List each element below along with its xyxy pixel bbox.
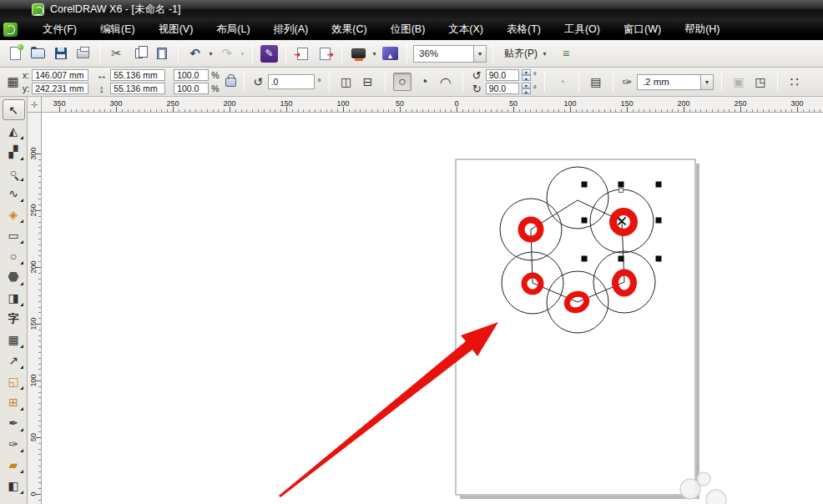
selection-handle[interactable] bbox=[619, 256, 624, 262]
title-bar: CorelDRAW X6 - [未命名 -1] bbox=[0, 0, 823, 18]
rotation-angle-input[interactable] bbox=[268, 74, 315, 89]
tool-freehand[interactable]: ∿ bbox=[3, 183, 25, 204]
mirror-vertical-button[interactable]: ⊟ bbox=[359, 73, 377, 91]
selection-handle[interactable] bbox=[656, 256, 662, 262]
zoom-level-combo[interactable]: 36% ▾ bbox=[413, 45, 487, 63]
tool-rectangle[interactable]: ▭ bbox=[3, 224, 25, 245]
ruler-origin-icon[interactable]: ✛ bbox=[28, 97, 42, 113]
change-direction-button[interactable]: ◔ bbox=[553, 73, 571, 91]
application-launcher-dropdown[interactable]: ▾ bbox=[371, 50, 378, 58]
item-effects[interactable]: 效果(C) bbox=[320, 19, 378, 40]
tool-ellipse[interactable]: ○ bbox=[3, 245, 25, 266]
ellipse-mode-button[interactable]: ○ bbox=[393, 73, 412, 91]
mirror-horizontal-button[interactable]: ◫ bbox=[337, 73, 356, 91]
item-help[interactable]: 帮助(H) bbox=[673, 19, 731, 40]
horizontal-ruler[interactable]: 35030025020015010050050100150200250300 bbox=[42, 97, 823, 113]
item-layout[interactable]: 布局(L) bbox=[204, 19, 261, 40]
ruler-label: 250 bbox=[166, 99, 179, 108]
item-tools[interactable]: 工具(O) bbox=[553, 19, 612, 40]
export-button[interactable] bbox=[315, 43, 336, 64]
tool-polygon[interactable]: ⬡ bbox=[3, 266, 25, 287]
import-button[interactable] bbox=[292, 43, 313, 64]
to-front-button[interactable]: ▣ bbox=[730, 73, 748, 91]
cut-button[interactable]: ✂ bbox=[106, 43, 127, 64]
selection-handle[interactable] bbox=[656, 182, 662, 188]
toolbox: ↖◭▞○∿◈▭○⬡◨字▦↗◱⊞✒✑▰◧ bbox=[0, 97, 28, 504]
item-window[interactable]: 窗口(W) bbox=[612, 19, 673, 40]
ellipse-node[interactable] bbox=[619, 189, 624, 193]
tool-shape[interactable]: ◭ bbox=[3, 120, 25, 141]
item-bitmaps[interactable]: 位图(B) bbox=[379, 19, 437, 40]
item-arrange[interactable]: 排列(A) bbox=[262, 19, 321, 40]
start-angle-spinner[interactable]: ▾▴ bbox=[522, 69, 531, 81]
window-title: CorelDRAW X6 - [未命名 -1] bbox=[50, 3, 181, 17]
drawing-svg bbox=[42, 113, 823, 504]
tool-table[interactable]: ▦ bbox=[3, 329, 25, 350]
snap-to-dropdown[interactable]: ▾ bbox=[541, 50, 548, 58]
tool-connector[interactable]: ◱ bbox=[3, 370, 25, 391]
selection-handle[interactable] bbox=[582, 256, 588, 262]
copy-button[interactable] bbox=[129, 43, 149, 64]
scale-h-input[interactable] bbox=[174, 69, 209, 81]
text-wrap-button[interactable]: ▤ bbox=[587, 73, 605, 91]
arc-mode-button[interactable]: ◠ bbox=[437, 73, 455, 91]
pie-mode-button[interactable]: ◔ bbox=[415, 73, 433, 91]
selection-handle[interactable] bbox=[656, 218, 662, 224]
welcome-screen-button[interactable]: ▲ bbox=[380, 43, 401, 64]
tool-interactive-fill[interactable]: ◧ bbox=[3, 475, 25, 496]
selection-handle[interactable] bbox=[582, 182, 588, 188]
end-angle-input[interactable] bbox=[486, 83, 519, 94]
outline-width-combo[interactable]: .2 mm ▾ bbox=[637, 74, 714, 90]
zoom-level-dropdown[interactable]: ▾ bbox=[473, 46, 486, 62]
item-view[interactable]: 视图(V) bbox=[147, 19, 205, 40]
application-launcher-button[interactable] bbox=[348, 43, 369, 64]
object-width-icon: ↔ bbox=[95, 69, 108, 82]
convert-to-curves-button[interactable]: ∷ bbox=[785, 73, 804, 91]
end-angle-spinner[interactable]: ▾▴ bbox=[522, 83, 531, 94]
y-position-input[interactable] bbox=[32, 83, 88, 94]
tool-fill[interactable]: ▰ bbox=[3, 454, 25, 475]
tool-basic-shapes[interactable]: ◨ bbox=[3, 287, 25, 308]
tool-blend[interactable]: ⊞ bbox=[3, 391, 25, 412]
ruler-label: 200 bbox=[223, 99, 235, 108]
new-document-button[interactable] bbox=[5, 43, 26, 64]
tool-text[interactable]: 字 bbox=[3, 308, 25, 329]
item-file[interactable]: 文件(F) bbox=[31, 19, 88, 40]
drawing-canvas[interactable] bbox=[42, 113, 823, 504]
tool-smart-fill[interactable]: ◈ bbox=[3, 204, 25, 224]
x-position-input[interactable] bbox=[32, 69, 88, 81]
selection-handle[interactable] bbox=[582, 218, 588, 224]
start-angle-input[interactable] bbox=[486, 69, 519, 81]
vertical-ruler[interactable]: 300250200150100500 bbox=[28, 113, 42, 504]
item-table[interactable]: 表格(T) bbox=[495, 19, 553, 40]
open-button[interactable] bbox=[28, 43, 48, 64]
item-text[interactable]: 文本(X) bbox=[437, 19, 495, 40]
selection-handle[interactable] bbox=[619, 182, 624, 188]
print-button[interactable] bbox=[73, 43, 93, 64]
save-button[interactable] bbox=[50, 43, 71, 64]
undo-dropdown[interactable]: ▾ bbox=[207, 50, 215, 58]
options-button[interactable]: ≡ bbox=[555, 43, 576, 64]
lock-ratio-button[interactable] bbox=[225, 78, 236, 87]
undo-button[interactable]: ↶ bbox=[184, 43, 205, 64]
tool-pick[interactable]: ↖ bbox=[3, 99, 25, 120]
tool-outline-pen[interactable]: ✑ bbox=[3, 433, 25, 454]
ruler-label: 50 bbox=[396, 99, 404, 108]
snap-to-button[interactable]: 贴齐(P) ▾ bbox=[499, 44, 553, 63]
redo-dropdown[interactable]: ▾ bbox=[239, 50, 246, 58]
tool-eyedropper[interactable]: ✒ bbox=[3, 412, 25, 433]
tool-crop[interactable]: ▞ bbox=[3, 141, 25, 162]
item-edit[interactable]: 编辑(E) bbox=[88, 19, 147, 40]
end-angle-icon: ↻ bbox=[471, 83, 483, 95]
redo-button[interactable]: ↷ bbox=[216, 43, 237, 64]
tool-zoom[interactable]: ○ bbox=[3, 162, 25, 183]
object-height-input[interactable] bbox=[110, 83, 165, 94]
tool-dimension[interactable]: ↗ bbox=[3, 350, 25, 370]
scale-v-input[interactable] bbox=[174, 83, 209, 94]
to-back-button[interactable]: ◳ bbox=[751, 73, 770, 91]
object-width-input[interactable] bbox=[110, 69, 165, 81]
paste-button[interactable] bbox=[151, 43, 172, 64]
object-height-icon: ↕ bbox=[95, 83, 108, 95]
search-content-button[interactable]: ✎ bbox=[259, 43, 280, 64]
outline-width-dropdown[interactable]: ▾ bbox=[700, 75, 713, 89]
